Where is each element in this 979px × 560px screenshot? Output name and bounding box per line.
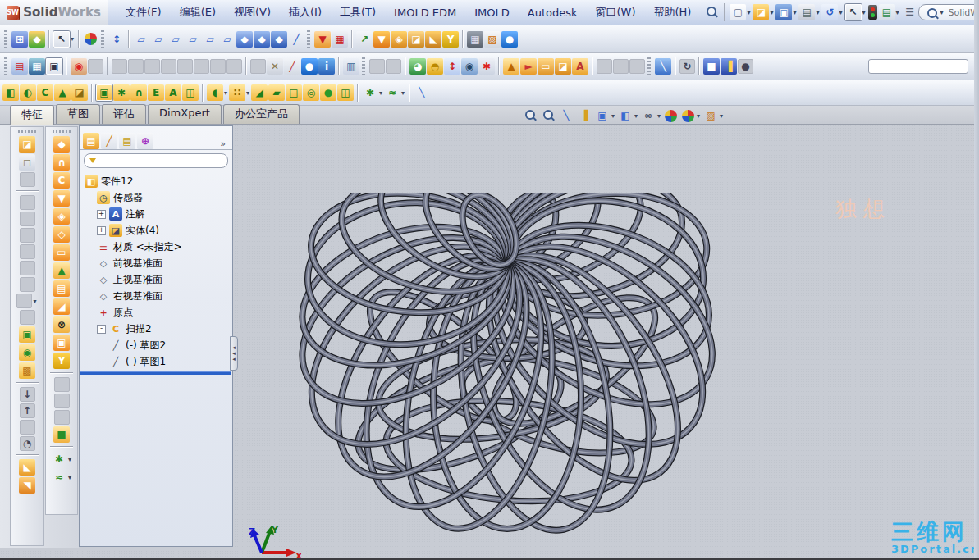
view-dimetric-button[interactable]: ◆ [254, 31, 270, 48]
search-box[interactable]: ▾ [918, 4, 979, 20]
menu-item-6[interactable]: IMOLD [465, 7, 519, 19]
menu-item-3[interactable]: 插入(I) [280, 5, 331, 20]
render-sphere-button[interactable] [85, 33, 97, 45]
section-view-button[interactable]: ▐ [576, 107, 592, 124]
displaymanager-tab[interactable]: ⊕ [137, 133, 153, 149]
tree-item-1[interactable]: ◷传感器 [83, 189, 232, 206]
mold-wedge-button[interactable]: ▲ [503, 58, 519, 75]
new-document-button-dropdown-icon[interactable]: ▾ [747, 9, 750, 16]
convert-to-sheetmetal-button[interactable]: ◻ [19, 154, 35, 171]
menu-item-1[interactable]: 编辑(E) [171, 5, 225, 20]
panel-expand-chevron[interactable]: » [217, 139, 229, 149]
rollback-bar[interactable] [80, 371, 231, 375]
preview-window-button[interactable]: ▦ [332, 31, 348, 48]
menu-item-4[interactable]: 工具(T) [331, 5, 385, 20]
drawing-update-button[interactable]: ▼ [314, 31, 331, 48]
menu-item-8[interactable]: 窗口(W) [587, 5, 645, 20]
ball-cube-button[interactable]: ◉ [19, 344, 35, 361]
surface-shield-button[interactable]: ▼ [53, 190, 70, 207]
surface-slab-button[interactable]: ▭ [53, 244, 70, 261]
mold-letter-button[interactable]: A [572, 58, 588, 75]
tab-2[interactable]: 评估 [102, 104, 146, 124]
surface-ribbon-button[interactable]: ◆ [53, 136, 70, 153]
tree-item-7[interactable]: ◇右视基准面 [83, 288, 232, 304]
preview-zoom-button[interactable]: ◕ [409, 58, 426, 75]
tab-1[interactable]: 草图 [56, 104, 100, 124]
fold-orange-button[interactable]: ◥ [19, 477, 35, 494]
menu-item-0[interactable]: 文件(F) [117, 5, 171, 20]
linear-pattern-button-dropdown-icon[interactable]: ▾ [246, 89, 249, 97]
boundary-boss-button[interactable]: ◪ [71, 84, 88, 101]
configurationmanager-tab[interactable]: ▤ [119, 133, 135, 149]
revolved-boss-button[interactable]: ◐ [20, 84, 36, 101]
extruded-cut-button[interactable]: ▣ [96, 84, 112, 101]
undercut-analysis-button[interactable]: ◣ [425, 31, 441, 48]
surface-elbow-button[interactable]: ◢ [53, 298, 70, 315]
sheetmetal-flatten-button[interactable]: ◪ [19, 136, 35, 153]
menu-item-5[interactable]: IMOLD EDM [385, 7, 465, 19]
select-cursor-view-button[interactable]: ↖ [53, 31, 70, 48]
task-pane-button[interactable]: ▥ [343, 58, 359, 75]
menu-item-7[interactable]: Autodesk [519, 7, 587, 19]
surface-openbox-button[interactable]: ▣ [53, 335, 70, 351]
rib-button[interactable]: ◢ [251, 84, 268, 101]
dome-green-cube-button[interactable]: ■ [53, 426, 70, 443]
expand-icon[interactable]: + [97, 226, 106, 235]
mirror-button[interactable]: ◫ [337, 84, 354, 101]
appearance-shapes-button[interactable]: ◆ [29, 31, 45, 48]
expand-icon[interactable]: + [97, 210, 106, 219]
menu-item-9[interactable]: 帮助(H) [645, 5, 701, 20]
stack-documents-button[interactable]: ▤ [11, 58, 28, 75]
panel-splitter-handle[interactable]: ◂◂◂ [230, 336, 238, 371]
fillet-button[interactable]: ◖ [207, 84, 223, 101]
view-trimetric-button[interactable]: ◆ [271, 31, 287, 48]
tree-filter-input[interactable] [84, 153, 228, 168]
select-cursor-view-button-dropdown-icon[interactable]: ▾ [71, 35, 74, 43]
tree-item-8[interactable]: +原点 [83, 304, 232, 321]
hide-show-items-button-dropdown-icon[interactable]: ▾ [657, 112, 661, 120]
fold-gold-button[interactable]: ◣ [19, 459, 35, 476]
edit-appearance-button[interactable]: ▨ [702, 107, 719, 124]
hide-show-items-button[interactable]: ∞ [640, 107, 656, 124]
fillet-button-dropdown-icon[interactable]: ▾ [224, 89, 227, 97]
open-folder-button[interactable]: ◪ [753, 4, 769, 20]
search-dropdown-icon[interactable]: ▾ [940, 9, 944, 16]
tile-window-button[interactable]: ⊞ [11, 31, 28, 48]
zoom-area-button[interactable] [540, 107, 556, 124]
display-style-button-dropdown-icon[interactable]: ▾ [634, 112, 638, 120]
mold-fold-button[interactable]: ◪ [555, 58, 571, 75]
reference-geometry-left-button-dropdown-icon[interactable]: ▾ [68, 456, 71, 463]
search-pin-button[interactable] [703, 4, 720, 20]
worker-helmet-button[interactable]: ◉ [71, 58, 87, 75]
book-blue-button[interactable]: ▐ [721, 58, 737, 75]
lofted-boss-button[interactable]: ▲ [54, 84, 71, 101]
hole-wizard-button[interactable]: ✱ [113, 84, 130, 101]
wrap-button[interactable]: ◎ [303, 84, 319, 101]
zoom-fit-button[interactable] [522, 107, 538, 124]
camera-sphere-button[interactable]: ◉ [461, 58, 478, 75]
flashlight-view-button[interactable]: ╲ [558, 107, 574, 124]
pattern-gold-button[interactable]: ▩ [19, 362, 35, 379]
toolbar-overflow-button[interactable]: ☰ [902, 4, 918, 20]
plotter-button[interactable]: ▦ [467, 31, 483, 48]
menu-item-2[interactable]: 视图(V) [225, 5, 280, 20]
web-search-button[interactable]: ● [301, 58, 318, 75]
web-globe-button[interactable]: ● [501, 31, 518, 48]
draft-button[interactable]: ▰ [268, 84, 285, 101]
surface-arc-button[interactable]: ∩ [53, 154, 70, 171]
parting-line-button[interactable]: Y [442, 31, 459, 48]
rotate-sphere-button[interactable]: ◓ [427, 58, 443, 75]
collapse-icon[interactable]: - [97, 325, 106, 334]
shell-button[interactable]: □ [286, 84, 302, 101]
view-left-button[interactable]: ▱ [167, 31, 184, 48]
reference-geometry-left-button[interactable]: ✱ [51, 451, 67, 467]
tab-3[interactable]: DimXpert [148, 104, 222, 124]
info-button[interactable]: i [318, 58, 335, 75]
surface-hat-button[interactable]: ▲ [53, 262, 70, 279]
tree-item-3[interactable]: +◪实体(4) [83, 222, 232, 239]
view-bottom-button[interactable]: ▱ [219, 31, 236, 48]
curves-left-button[interactable]: ≈ [51, 469, 67, 485]
tree-item-2[interactable]: +A注解 [83, 206, 232, 222]
edit-note-button[interactable]: ▨ [484, 31, 501, 48]
surface-parting-button[interactable]: Y [53, 353, 70, 369]
